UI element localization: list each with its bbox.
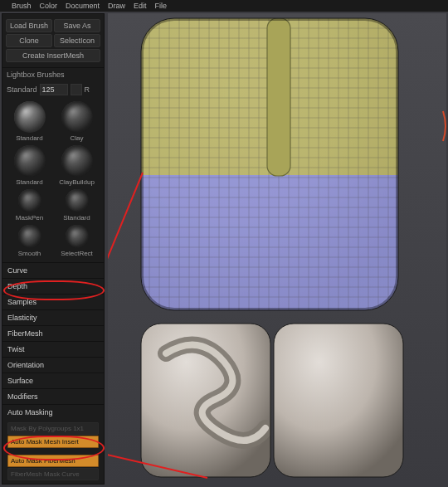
brush-selectrect[interactable]: SelectRect xyxy=(55,225,99,257)
r-label: R xyxy=(85,85,90,94)
brush-standard2[interactable]: Standard xyxy=(7,145,51,186)
brush-smooth[interactable]: Smooth xyxy=(7,225,51,257)
acc-depth[interactable]: Depth xyxy=(2,278,104,294)
select-icon-button[interactable]: SelectIcon xyxy=(54,34,100,47)
acc-curve[interactable]: Curve xyxy=(2,262,104,278)
viewport[interactable] xyxy=(108,13,446,485)
brush-claybuildup[interactable]: ClayBuildup xyxy=(55,145,99,186)
accordion: Curve Depth Samples Elasticity FiberMesh… xyxy=(2,262,104,420)
clone-button[interactable]: Clone xyxy=(6,34,52,47)
mini-button[interactable] xyxy=(71,84,82,95)
automask-group: Mask By Polygroups 1x1 Auto Mask Mesh In… xyxy=(2,420,104,485)
auto-mask-fibermesh[interactable]: Auto Mask FiberMesh xyxy=(7,455,99,467)
acc-samples[interactable]: Samples xyxy=(2,294,104,309)
auto-mask-mesh-insert[interactable]: Auto Mask Mesh Insert xyxy=(7,436,99,448)
lightbox-label: Lightbox Brushes xyxy=(7,71,65,79)
create-insertmesh-button[interactable]: Create InsertMesh xyxy=(6,49,100,62)
mask-by-polygroups[interactable]: Mask By Polygroups 1x1 xyxy=(7,422,99,435)
menu-item[interactable]: Color xyxy=(40,2,58,10)
preset-label: Standard xyxy=(7,85,37,94)
brush-standard[interactable]: Standard xyxy=(7,101,51,142)
acc-twist[interactable]: Twist xyxy=(2,341,104,357)
acc-surface[interactable]: Surface xyxy=(2,373,104,388)
svg-rect-59 xyxy=(267,18,290,176)
brush-standard3[interactable]: Standard xyxy=(55,189,99,222)
save-as-button[interactable]: Save As xyxy=(54,19,100,32)
brush-grid: Standard Clay Standard ClayBuildup MaskP… xyxy=(2,98,104,262)
brush-panel: Load Brush Save As Clone SelectIcon Crea… xyxy=(2,13,105,485)
menu-item[interactable]: Document xyxy=(66,2,100,10)
brush-size-input[interactable] xyxy=(40,84,68,95)
load-brush-button[interactable]: Load Brush xyxy=(6,19,52,32)
svg-line-66 xyxy=(108,173,143,277)
acc-automasking[interactable]: Auto Masking xyxy=(2,404,104,420)
menu-item[interactable]: Draw xyxy=(108,2,125,10)
menu-item[interactable]: Edit xyxy=(134,2,147,10)
svg-rect-64 xyxy=(274,324,403,477)
brush-maskpen[interactable]: MaskPen xyxy=(7,189,51,222)
acc-orientation[interactable]: Orientation xyxy=(2,357,104,373)
acc-modifiers[interactable]: Modifiers xyxy=(2,388,104,404)
acc-elasticity[interactable]: Elasticity xyxy=(2,309,104,325)
menu-item[interactable]: File xyxy=(155,2,168,10)
acc-fibermesh[interactable]: FiberMesh xyxy=(2,325,104,341)
menu-bar: Brush Color Document Draw Edit File xyxy=(0,0,448,12)
fibermesh-mask-curve[interactable]: FiberMesh Mask Curve xyxy=(7,468,99,480)
brush-clay[interactable]: Clay xyxy=(55,101,99,142)
menu-item[interactable]: Brush xyxy=(12,2,32,10)
